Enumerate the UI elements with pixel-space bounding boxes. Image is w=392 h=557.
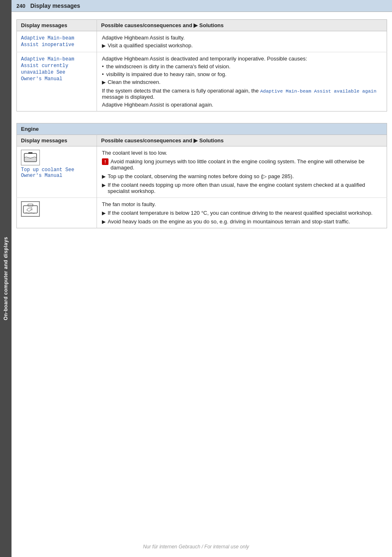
svg-rect-3 [23,206,37,213]
table-row: The fan motor is faulty. ▶ If the coolan… [17,198,387,228]
warning-icon: ! [102,158,108,165]
section2-header-row: Display messages Possible causes/consequ… [17,135,387,146]
coolant-arrow1: ▶ Top up the coolant, observing the warn… [102,173,382,179]
display-message-cell: Adaptive Main-beamAssist inoperative [17,31,97,52]
display-message-text2: Adaptive Main-beamAssist currentlyunavai… [21,56,74,82]
coolant-icon [21,150,40,165]
fan-arrow2: ▶ Avoid heavy loads on the engine as you… [102,218,382,225]
arrow-text: Visit a qualified specialist workshop. [108,42,193,49]
table-row: Adaptive Main-beamAssist inoperative Ada… [17,31,387,52]
sidebar-label: On-board computer and displays [3,237,9,320]
arrow-bullet2: ▶ Clean the windscreen. [102,79,382,85]
table-header-row: Display messages Possible causes/consequ… [17,20,387,31]
coolant-content-cell: The coolant level is too low. ! Avoid ma… [97,146,387,198]
coolant-arrow1-text: Top up the coolant, observing the warnin… [108,173,294,179]
content-cell: Adaptive Highbeam Assist is faulty. ▶ Vi… [97,31,387,52]
arrow-text2: Clean the windscreen. [108,79,161,85]
display-message-cell: Adaptive Main-beamAssist currentlyunavai… [17,52,97,111]
dot-icon: • [102,63,104,70]
section-heading: Engine [16,123,387,135]
arrow-icon5: ▶ [102,210,106,216]
page-title: Display messages [30,2,80,9]
content-line1: Adaptive Highbeam Assist is faulty. [102,35,382,41]
header-col-left: Display messages [17,20,97,31]
fan-arrow1: ▶ If the coolant temperature is below 12… [102,210,382,216]
arrow-icon3: ▶ [102,174,106,179]
coolant-line1: The coolant level is too low. [102,150,382,156]
coolant-message-cell: Top up coolant SeeOwner's Manual [17,146,97,198]
footer: Nur für internen Gebrauch / For internal… [0,544,392,550]
coolant-display-text: Top up coolant SeeOwner's Manual [21,167,92,179]
section2-header-col-right: Possible causes/consequences and ▶ Solut… [97,135,387,146]
content-para2: If the system detects that the camera is… [102,88,382,100]
svg-rect-2 [28,152,32,154]
fan-arrow1-text: If the coolant temperature is below 120 … [108,210,373,216]
content-para1: Adaptive Highbeam Assist is deactivated … [102,56,382,62]
section2-header-col-left: Display messages [17,135,97,146]
fan-svg [23,203,38,215]
footer-text: Nur für internen Gebrauch / For internal… [143,544,249,550]
coolant-arrow2: ▶ If the coolant needs topping up more o… [102,182,382,194]
section1: Display messages Possible causes/consequ… [16,19,387,111]
table-row: Top up coolant SeeOwner's Manual The coo… [17,146,387,198]
dot-text1: the windscreen is dirty in the camera's … [106,63,231,70]
page-header: 240 Display messages [12,0,392,12]
fan-content-cell: The fan motor is faulty. ▶ If the coolan… [97,198,387,228]
coolant-arrow2-text: If the coolant needs topping up more oft… [108,182,382,194]
content-para3: Adaptive Highbeam Assist is operational … [102,102,382,108]
section2: Engine Display messages Possible causes/… [16,123,387,228]
fan-icon [21,201,40,217]
coolant-warning-bullet: ! Avoid making long journeys with too li… [102,158,382,171]
arrow-icon4: ▶ [102,182,106,188]
fan-message-cell [17,198,97,228]
dot-text2: visibility is impaired due to heavy rain… [106,71,227,77]
main-content: 240 Display messages Display messages Po… [12,0,392,228]
arrow-bullet: ▶ Visit a qualified specialist workshop. [102,42,382,49]
arrow-icon2: ▶ [102,79,106,85]
display-message-text: Adaptive Main-beamAssist inoperative [21,35,74,48]
table-row: Adaptive Main-beamAssist currentlyunavai… [17,52,387,111]
dot-bullet1: • the windscreen is dirty in the camera'… [102,63,382,70]
fan-arrow2-text: Avoid heavy loads on the engine as you d… [108,218,350,225]
section2-table: Display messages Possible causes/consequ… [16,135,387,228]
fan-line1: The fan motor is faulty. [102,201,382,207]
sidebar: On-board computer and displays [0,0,12,557]
content-cell2: Adaptive Highbeam Assist is deactivated … [97,52,387,111]
dot-bullet2: • visibility is impaired due to heavy ra… [102,71,382,77]
inline-mono-text: Adaptive Main-beam Assist available agai… [260,88,376,94]
coolant-warning-text: Avoid making long journeys with too litt… [111,158,382,171]
page-number: 240 [16,3,25,9]
arrow-icon: ▶ [102,43,106,49]
header-col-right: Possible causes/consequences and ▶ Solut… [97,20,387,31]
dot-icon2: • [102,71,104,77]
section1-table: Display messages Possible causes/consequ… [16,19,387,111]
coolant-svg [23,152,38,163]
arrow-icon6: ▶ [102,219,106,225]
